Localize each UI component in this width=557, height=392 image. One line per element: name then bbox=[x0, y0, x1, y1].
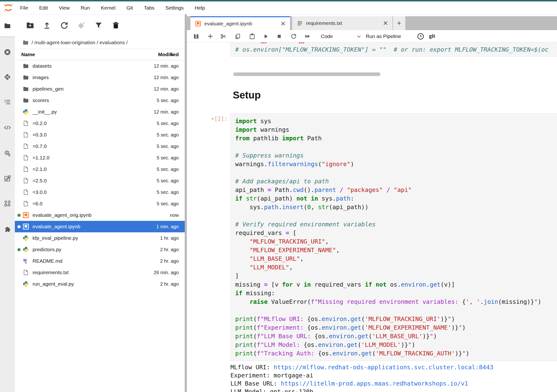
file-browser-toolbar bbox=[15, 21, 185, 32]
new-pipeline-button[interactable] bbox=[77, 21, 86, 30]
file-row[interactable]: images 12 min. ago bbox=[15, 72, 185, 83]
file-modified-time: 2 hr. ago bbox=[160, 247, 179, 252]
new-tab-button[interactable]: + bbox=[393, 16, 405, 30]
tab-evaluate-agent-notebook[interactable]: evaluate_agent.ipynb ✕ bbox=[190, 16, 290, 30]
notebook-scroll-area[interactable]: # os.environ["MLFLOW_TRACKING_TOKEN"] = … bbox=[187, 42, 557, 392]
file-type-icon bbox=[23, 200, 29, 207]
file-row[interactable]: =2.5.0 5 sec. ago bbox=[15, 175, 185, 186]
paste-button[interactable] bbox=[249, 33, 255, 40]
menu-item[interactable]: Help bbox=[195, 5, 205, 11]
insert-cell-button[interactable] bbox=[207, 33, 214, 40]
svg-text:M: M bbox=[24, 258, 27, 263]
refresh-button[interactable] bbox=[60, 21, 68, 30]
close-tab-icon[interactable]: ✕ bbox=[383, 20, 388, 27]
tab-requirements-txt[interactable]: requirements.txt ✕ bbox=[292, 16, 393, 30]
file-modified-time: 1 min. ago bbox=[156, 224, 179, 230]
file-name: evaluate_agent_orig.ipynb bbox=[33, 212, 91, 218]
menu-item[interactable]: Git bbox=[126, 5, 133, 11]
menu-item[interactable]: Edit bbox=[39, 5, 48, 11]
file-modified-time: 5 sec. ago bbox=[157, 178, 179, 184]
file-row[interactable]: __init__.py 12 min. ago bbox=[15, 106, 185, 118]
file-row[interactable]: evaluate_agent_orig.ipynb now bbox=[15, 209, 185, 221]
pipeline-editor-icon[interactable] bbox=[4, 175, 11, 182]
file-browser-tab-icon[interactable] bbox=[4, 22, 11, 29]
file-row[interactable]: pipelines_gen 12 min. ago bbox=[15, 83, 185, 95]
menu-item[interactable]: File bbox=[20, 5, 28, 11]
file-row[interactable]: predictors.py 2 hr. ago bbox=[15, 244, 185, 255]
cell-output: MLflow URI: https://mlflow.redhat-ods-ap… bbox=[230, 363, 557, 392]
file-row[interactable]: =1.12.0 5 sec. ago bbox=[15, 152, 185, 163]
file-type-icon bbox=[23, 247, 29, 253]
file-row[interactable]: requirements.txt 26 min. ago bbox=[15, 267, 185, 278]
extension-manager-icon[interactable] bbox=[4, 226, 11, 233]
kernel-status-dot bbox=[17, 260, 21, 263]
run-as-pipeline-button[interactable]: Run as Pipeline bbox=[366, 32, 401, 41]
menu-items: FileEditViewRunKernelGitTabsSettingsHelp bbox=[20, 5, 205, 11]
column-header-modified[interactable]: Modified bbox=[158, 52, 179, 57]
interrupt-kernel-button[interactable] bbox=[276, 33, 283, 40]
file-panel-scrollbar[interactable] bbox=[185, 14, 187, 392]
cut-button[interactable] bbox=[220, 33, 227, 40]
file-name: __init__.py bbox=[33, 109, 57, 115]
file-name: datasets bbox=[33, 63, 51, 69]
file-row[interactable]: M README.md 2 hr. ago bbox=[15, 255, 185, 267]
restart-kernel-button[interactable] bbox=[290, 33, 297, 40]
close-tab-icon[interactable]: ✕ bbox=[280, 20, 286, 27]
file-type-icon bbox=[23, 63, 29, 69]
file-row[interactable]: =0.3.0 5 sec. ago bbox=[15, 129, 185, 141]
code-cell[interactable]: import sysimport warningsfrom pathlib im… bbox=[230, 113, 557, 361]
file-icon bbox=[23, 200, 29, 207]
notebook-icon bbox=[23, 212, 29, 218]
file-row[interactable]: run_agent_eval.py 2 hr. ago bbox=[15, 278, 185, 290]
upload-button[interactable] bbox=[43, 21, 51, 30]
lint-squiggle bbox=[261, 43, 266, 43]
git-sidebar-icon[interactable] bbox=[4, 73, 11, 80]
file-row[interactable]: scorers 5 sec. ago bbox=[15, 95, 185, 106]
folder-icon bbox=[23, 86, 29, 92]
file-row[interactable]: evaluate_agent.ipynb 1 min. ago bbox=[15, 221, 185, 232]
clipped-code-cell[interactable]: # os.environ["MLFLOW_TRACKING_TOKEN"] = … bbox=[230, 43, 557, 57]
scheduler-clock-icon[interactable] bbox=[417, 33, 424, 40]
menu-bar: FileEditViewRunKernelGitTabsSettingsHelp bbox=[0, 1, 557, 14]
cell-type-dropdown[interactable]: Code bbox=[321, 32, 361, 41]
file-row[interactable]: =0.2.0 5 sec. ago bbox=[15, 118, 185, 129]
file-type-icon bbox=[23, 166, 29, 172]
python-icon bbox=[23, 235, 29, 241]
cell-type-value: Code bbox=[321, 33, 333, 39]
menu-item[interactable]: Tabs bbox=[144, 5, 154, 11]
file-row[interactable]: =6.0 5 sec. ago bbox=[15, 198, 185, 209]
file-row[interactable]: =0.7.0 5 sec. ago bbox=[15, 141, 185, 152]
notebook-toolbar: Code Run as Pipeline git bbox=[187, 30, 557, 42]
file-row[interactable]: =2.1.0 5 sec. ago bbox=[15, 163, 185, 175]
menu-item[interactable]: View bbox=[59, 5, 70, 11]
copy-button[interactable] bbox=[234, 33, 241, 40]
new-folder-button[interactable] bbox=[26, 21, 34, 30]
left-sidebar-rail bbox=[0, 14, 15, 392]
horizontal-scrollbar-thumb[interactable] bbox=[233, 72, 380, 76]
file-modified-time: 2 hr. ago bbox=[160, 258, 179, 264]
pipelines-icon[interactable] bbox=[4, 200, 11, 207]
table-of-contents-icon[interactable] bbox=[4, 98, 11, 106]
menu-item[interactable]: Settings bbox=[165, 5, 184, 11]
column-header-name[interactable]: Name bbox=[21, 52, 35, 57]
code-snippets-icon[interactable] bbox=[4, 124, 11, 131]
file-row[interactable]: datasets 12 min. ago bbox=[15, 60, 185, 72]
file-row[interactable]: =3.0.0 5 sec. ago bbox=[15, 186, 185, 198]
file-row[interactable]: kfp_eval_pipeline.py 1 hr. ago bbox=[15, 232, 185, 244]
main-dock-area: evaluate_agent.ipynb ✕ requirements.txt … bbox=[187, 14, 557, 392]
trash-button[interactable] bbox=[112, 21, 120, 30]
filter-button[interactable] bbox=[94, 21, 103, 30]
git-toolbar-button[interactable]: git bbox=[429, 33, 435, 39]
save-button[interactable] bbox=[193, 33, 200, 40]
file-icon bbox=[23, 120, 29, 127]
menu-item[interactable]: Kernel bbox=[101, 5, 115, 11]
breadcrumb-folder-icon[interactable] bbox=[23, 40, 29, 46]
menu-item[interactable]: Run bbox=[81, 5, 90, 11]
run-button[interactable] bbox=[262, 33, 269, 40]
file-type-icon bbox=[23, 178, 29, 184]
kernel-status-dot bbox=[17, 145, 21, 148]
running-kernels-icon[interactable] bbox=[4, 48, 11, 56]
property-inspector-icon[interactable] bbox=[4, 150, 11, 157]
restart-run-all-button[interactable] bbox=[304, 33, 311, 40]
breadcrumb[interactable]: / multi-agent-loan-origination / evaluat… bbox=[15, 37, 185, 48]
